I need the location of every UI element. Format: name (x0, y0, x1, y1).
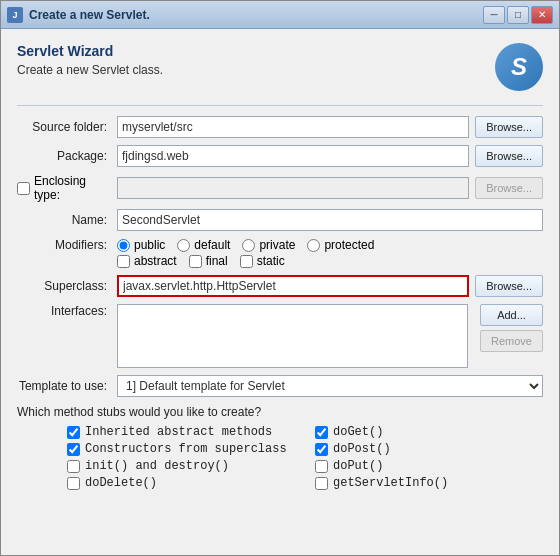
modifier-static-checkbox[interactable] (240, 255, 253, 268)
stubs-grid: Inherited abstract methods doGet() Const… (17, 425, 543, 490)
stub-init-checkbox[interactable] (67, 460, 80, 473)
modifier-public[interactable]: public (117, 238, 165, 252)
title-bar-buttons: ─ □ ✕ (483, 6, 553, 24)
modifier-abstract-label: abstract (134, 254, 177, 268)
modifier-default-radio[interactable] (177, 239, 190, 252)
stub-doGet-checkbox[interactable] (315, 426, 328, 439)
wizard-subtitle: Create a new Servlet class. (17, 63, 495, 77)
modifiers-label: Modifiers: (17, 238, 117, 252)
stub-constructors[interactable]: Constructors from superclass (67, 442, 295, 456)
modifier-abstract[interactable]: abstract (117, 254, 177, 268)
stub-doDelete[interactable]: doDelete() (67, 476, 295, 490)
package-row: Package: Browse... (17, 145, 543, 167)
modifiers-row1: Modifiers: public default private (17, 238, 543, 252)
interfaces-add-button[interactable]: Add... (480, 304, 543, 326)
interfaces-buttons: Add... Remove (474, 304, 543, 352)
header-text: Servlet Wizard Create a new Servlet clas… (17, 43, 495, 77)
template-label: Template to use: (17, 379, 117, 393)
minimize-button[interactable]: ─ (483, 6, 505, 24)
modifiers-row2: abstract final static (17, 254, 543, 268)
interfaces-label: Interfaces: (17, 304, 117, 318)
stub-inherited-checkbox[interactable] (67, 426, 80, 439)
stub-inherited[interactable]: Inherited abstract methods (67, 425, 295, 439)
stub-doPost-checkbox[interactable] (315, 443, 328, 456)
title-bar: J Create a new Servlet. ─ □ ✕ (1, 1, 559, 29)
superclass-input-wrapper (117, 275, 469, 297)
superclass-row: Superclass: Browse... (17, 275, 543, 297)
stub-init-label: init() and destroy() (85, 459, 229, 473)
dialog-content: Servlet Wizard Create a new Servlet clas… (1, 29, 559, 555)
stub-init[interactable]: init() and destroy() (67, 459, 295, 473)
enclosing-type-row: Enclosing type: Browse... (17, 174, 543, 202)
wizard-icon-letter: S (511, 53, 527, 81)
stub-doPut-checkbox[interactable] (315, 460, 328, 473)
stub-doGet-label: doGet() (333, 425, 383, 439)
modifier-private-label: private (259, 238, 295, 252)
interfaces-box (117, 304, 468, 368)
interfaces-section: Interfaces: Add... Remove (17, 304, 543, 368)
stub-getServletInfo-checkbox[interactable] (315, 477, 328, 490)
modifier-private[interactable]: private (242, 238, 295, 252)
stub-doPost[interactable]: doPost() (315, 442, 543, 456)
package-browse-button[interactable]: Browse... (475, 145, 543, 167)
stub-doPut[interactable]: doPut() (315, 459, 543, 473)
interfaces-remove-button[interactable]: Remove (480, 330, 543, 352)
stub-doDelete-label: doDelete() (85, 476, 157, 490)
enclosing-type-browse-button[interactable]: Browse... (475, 177, 543, 199)
modifier-static[interactable]: static (240, 254, 285, 268)
template-select[interactable]: 1] Default template for Servlet (117, 375, 543, 397)
wizard-title: Servlet Wizard (17, 43, 495, 59)
source-folder-row: Source folder: Browse... (17, 116, 543, 138)
modifier-public-radio[interactable] (117, 239, 130, 252)
superclass-browse-button[interactable]: Browse... (475, 275, 543, 297)
superclass-label: Superclass: (17, 279, 117, 293)
window-title: Create a new Servlet. (29, 8, 483, 22)
name-label: Name: (17, 213, 117, 227)
modifier-private-radio[interactable] (242, 239, 255, 252)
header-section: Servlet Wizard Create a new Servlet clas… (17, 43, 543, 91)
template-row: Template to use: 1] Default template for… (17, 375, 543, 397)
modifier-default-label: default (194, 238, 230, 252)
modifiers-section: Modifiers: public default private (17, 238, 543, 275)
enclosing-type-input[interactable] (117, 177, 469, 199)
enclosing-type-checkbox[interactable] (17, 182, 30, 195)
package-input[interactable] (117, 145, 469, 167)
stubs-title: Which method stubs would you like to cre… (17, 405, 543, 419)
wizard-icon: S (495, 43, 543, 91)
stub-getServletInfo-label: getServletInfo() (333, 476, 448, 490)
stub-getServletInfo[interactable]: getServletInfo() (315, 476, 543, 490)
name-row: Name: (17, 209, 543, 231)
package-label: Package: (17, 149, 117, 163)
stub-doPost-label: doPost() (333, 442, 391, 456)
modifier-final-label: final (206, 254, 228, 268)
close-button[interactable]: ✕ (531, 6, 553, 24)
name-input[interactable] (117, 209, 543, 231)
source-folder-browse-button[interactable]: Browse... (475, 116, 543, 138)
source-folder-input[interactable] (117, 116, 469, 138)
stub-doGet[interactable]: doGet() (315, 425, 543, 439)
superclass-input[interactable] (117, 275, 469, 297)
stub-inherited-label: Inherited abstract methods (85, 425, 272, 439)
enclosing-type-label: Enclosing type: (34, 174, 107, 202)
window-icon: J (7, 7, 23, 23)
stub-doPut-label: doPut() (333, 459, 383, 473)
main-window: J Create a new Servlet. ─ □ ✕ Servlet Wi… (0, 0, 560, 556)
modifier-protected-label: protected (324, 238, 374, 252)
modifier-default[interactable]: default (177, 238, 230, 252)
modifier-static-label: static (257, 254, 285, 268)
modifier-protected-radio[interactable] (307, 239, 320, 252)
maximize-button[interactable]: □ (507, 6, 529, 24)
window-icon-letter: J (12, 10, 17, 20)
modifier-public-label: public (134, 238, 165, 252)
modifier-abstract-checkbox[interactable] (117, 255, 130, 268)
modifier-protected[interactable]: protected (307, 238, 374, 252)
source-folder-label: Source folder: (17, 120, 117, 134)
stub-constructors-label: Constructors from superclass (85, 442, 287, 456)
stub-doDelete-checkbox[interactable] (67, 477, 80, 490)
modifier-final[interactable]: final (189, 254, 228, 268)
modifier-final-checkbox[interactable] (189, 255, 202, 268)
stub-constructors-checkbox[interactable] (67, 443, 80, 456)
header-divider (17, 105, 543, 106)
